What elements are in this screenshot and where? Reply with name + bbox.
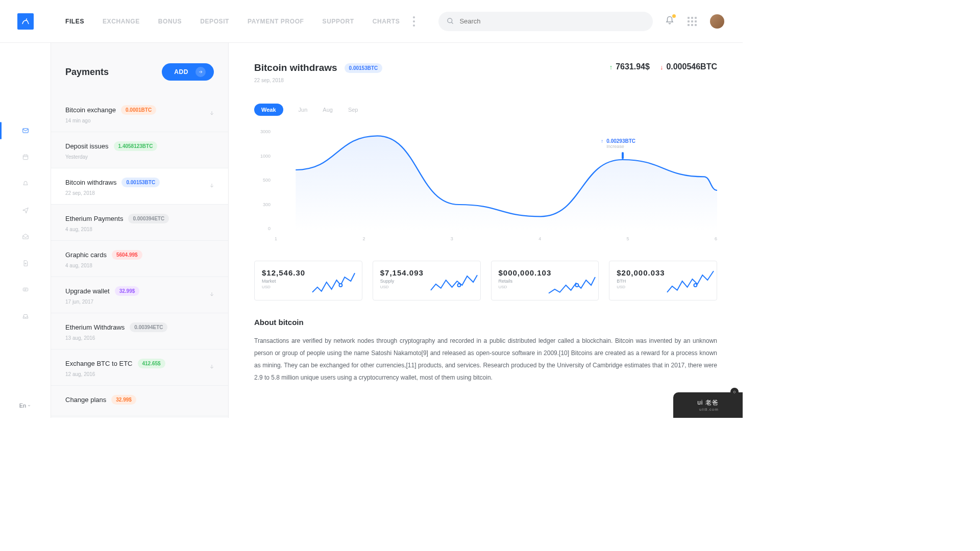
payments-title: Payments (65, 67, 109, 78)
rail-document[interactable] (0, 257, 51, 269)
svg-rect-1 (22, 129, 28, 133)
svg-point-5 (457, 284, 460, 287)
nav-charts[interactable]: CHARTS (373, 18, 400, 25)
payment-item[interactable]: Exchange BTC to ETC412.65$12 aug, 2016 (51, 349, 228, 386)
payment-item[interactable]: Graphic cards5604.99$4 aug, 2018 (51, 241, 228, 277)
payment-badge: 32.99$ (115, 286, 140, 296)
payment-item[interactable]: Deposit issues1.4058123BTCYesterday (51, 132, 228, 168)
nav-deposit[interactable]: DEPOSIT (200, 18, 229, 25)
payment-date: 13 aug, 2016 (65, 335, 214, 341)
nav-bonus[interactable]: BONUS (158, 18, 182, 25)
payments-list: Bitcoin exchange0.0001BTC14 min agoDepos… (51, 96, 228, 418)
range-tab-aug[interactable]: Aug (323, 107, 333, 113)
line-chart-svg (275, 129, 717, 231)
nav-support[interactable]: SUPPORT (323, 18, 354, 25)
rail-alerts[interactable] (0, 178, 51, 190)
payment-item[interactable]: Etherium Withdraws0.00394ETC13 aug, 2016 (51, 313, 228, 349)
document-plus-icon (21, 260, 30, 267)
download-arrow-icon (209, 109, 215, 118)
add-payment-button[interactable]: ADD (162, 63, 214, 81)
kangaroo-icon (21, 17, 30, 26)
notification-dot (672, 14, 676, 18)
payment-name: Bitcoin withdraws (65, 179, 116, 186)
arrow-right-icon (198, 69, 203, 74)
stat-card[interactable]: $000,000.103RetailsUSD (491, 261, 599, 300)
top-nav: FILESEXCHANGEBONUSDEPOSITPAYMENT PROOFSU… (65, 18, 400, 25)
search-icon (447, 17, 454, 25)
rail-send[interactable] (0, 204, 51, 216)
stat-card[interactable]: $7,154.093SupplyUSD (373, 261, 481, 300)
search-box[interactable] (438, 12, 653, 31)
nav-files[interactable]: FILES (65, 18, 84, 25)
payment-name: Graphic cards (65, 251, 107, 259)
detail-title: Bitcoin withdraws (254, 62, 337, 73)
watermark-dot-icon: ○ (730, 388, 739, 396)
payment-item[interactable]: Bitcoin withdraws0.00153BTC22 sep, 2018 (51, 168, 228, 205)
rail-archive[interactable] (0, 310, 51, 322)
payment-date: 4 aug, 2018 (65, 263, 214, 268)
payment-name: Etherium Payments (65, 215, 123, 222)
payment-badge: 32.99$ (111, 395, 136, 405)
rail-inbox[interactable] (0, 124, 51, 137)
sparkline (311, 270, 360, 298)
detail-stats: ↑7631.94$ ↓0.000546BTC (609, 62, 717, 71)
chart-marker-bar (622, 152, 624, 159)
payment-item[interactable]: Etherium Payments0.000394ETC4 aug, 2018 (51, 205, 228, 241)
detail-panel: Bitcoin withdraws 0.00153BTC 22 sep, 201… (229, 43, 743, 418)
sparkline (430, 270, 478, 298)
language-switch[interactable]: En (19, 403, 31, 409)
payment-badge: 1.4058123BTC (114, 141, 158, 151)
nav-more-icon[interactable] (410, 16, 418, 27)
bell-outline-icon (21, 180, 30, 187)
main-shell: En Payments ADD Bitcoin exchange0.0001BT… (0, 43, 743, 418)
payment-item[interactable]: Bitcoin exchange0.0001BTC14 min ago (51, 96, 228, 132)
payment-date: 22 sep, 2018 (65, 190, 214, 196)
calendar-icon (21, 154, 30, 161)
mail-icon (21, 127, 30, 134)
stat-card[interactable]: $20,000.033BTHUSD (609, 261, 717, 300)
brand-logo[interactable] (17, 13, 34, 30)
payments-header: Payments ADD (51, 43, 228, 96)
payment-name: Change plans (65, 396, 106, 404)
payment-date: 4 aug, 2018 (65, 227, 214, 232)
svg-point-7 (694, 284, 697, 287)
avatar[interactable] (710, 14, 724, 29)
svg-point-6 (576, 284, 579, 287)
payment-item[interactable]: Upgrade wallet32.99$17 jun, 2017 (51, 277, 228, 313)
range-tabs: WeakJunAugSep (254, 104, 717, 116)
payment-name: Bitcoin exchange (65, 106, 116, 114)
download-arrow-icon (209, 182, 215, 191)
download-arrow-icon (209, 290, 215, 299)
stat-cards: $12,546.30MarketUSD$7,154.093SupplyUSD$0… (254, 261, 717, 300)
range-tab-sep[interactable]: Sep (348, 107, 358, 113)
stat-card[interactable]: $12,546.30MarketUSD (254, 261, 362, 300)
about-body: Transactions are verified by network nod… (254, 335, 717, 384)
side-rail: En (0, 43, 51, 418)
sparkline (548, 270, 596, 298)
svg-rect-2 (23, 155, 28, 160)
chat-icon (21, 286, 30, 293)
payment-badge: 0.0001BTC (121, 105, 156, 115)
nav-payment-proof[interactable]: PAYMENT PROOF (248, 18, 304, 25)
rail-chat[interactable] (0, 284, 51, 296)
chevron-down-icon (27, 404, 31, 408)
range-tab-weak[interactable]: Weak (254, 104, 283, 116)
apps-grid-icon[interactable] (688, 17, 697, 26)
payment-item[interactable]: Change plans32.99$ (51, 386, 228, 416)
payments-panel: Payments ADD Bitcoin exchange0.0001BTC14… (51, 43, 229, 418)
search-input[interactable] (459, 17, 645, 25)
payment-name: Etherium Withdraws (65, 323, 125, 331)
download-arrow-icon (209, 363, 215, 372)
range-tab-jun[interactable]: Jun (299, 107, 308, 113)
nav-exchange[interactable]: EXCHANGE (103, 18, 140, 25)
chart-marker: ↑ 0.00293BTC Increase (601, 138, 635, 149)
stat-up: ↑7631.94$ (609, 62, 650, 71)
rail-mail-open[interactable] (0, 231, 51, 243)
svg-point-4 (339, 284, 342, 287)
payment-date: Yesterday (65, 154, 214, 160)
tray-icon (21, 313, 30, 320)
add-label: ADD (174, 68, 188, 76)
notifications-button[interactable] (665, 16, 674, 27)
mail-open-icon (21, 233, 30, 240)
rail-calendar[interactable] (0, 151, 51, 163)
